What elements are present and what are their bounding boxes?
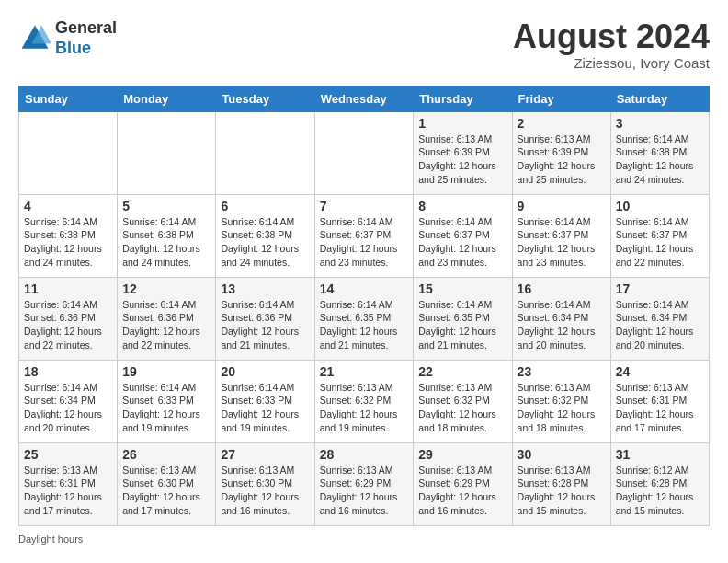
day-info: Sunrise: 6:14 AM Sunset: 6:37 PM Dayligh… [320,215,409,270]
day-number: 15 [418,282,506,296]
calendar-cell: 17Sunrise: 6:14 AM Sunset: 6:34 PM Dayli… [610,277,709,360]
calendar-cell: 9Sunrise: 6:14 AM Sunset: 6:37 PM Daylig… [512,194,610,277]
calendar-cell: 8Sunrise: 6:14 AM Sunset: 6:37 PM Daylig… [414,194,512,277]
day-number: 2 [518,116,606,131]
calendar-week-row: 11Sunrise: 6:14 AM Sunset: 6:36 PM Dayli… [19,277,710,360]
weekday-header-cell: Sunday [19,86,118,111]
calendar-cell: 19Sunrise: 6:14 AM Sunset: 6:33 PM Dayli… [118,360,216,442]
day-number: 8 [418,199,506,213]
logo-icon [18,22,51,55]
calendar-cell: 1Sunrise: 6:13 AM Sunset: 6:39 PM Daylig… [414,111,512,194]
day-number: 23 [518,364,606,379]
calendar-cell: 11Sunrise: 6:14 AM Sunset: 6:36 PM Dayli… [19,277,118,360]
weekday-header-cell: Friday [512,86,610,111]
calendar-cell: 12Sunrise: 6:14 AM Sunset: 6:36 PM Dayli… [118,277,216,360]
day-info: Sunrise: 6:14 AM Sunset: 6:33 PM Dayligh… [122,381,210,435]
day-number: 26 [122,447,210,462]
calendar-cell [19,111,118,194]
calendar-cell: 13Sunrise: 6:14 AM Sunset: 6:36 PM Dayli… [216,277,314,360]
calendar-cell: 30Sunrise: 6:13 AM Sunset: 6:28 PM Dayli… [512,442,610,525]
day-number: 28 [320,447,409,462]
weekday-header-cell: Tuesday [216,86,314,111]
weekday-header-cell: Thursday [414,86,512,111]
location: Ziziessou, Ivory Coast [513,55,710,71]
calendar-cell: 27Sunrise: 6:13 AM Sunset: 6:30 PM Dayli… [216,442,314,525]
logo-blue: Blue [55,39,117,59]
day-info: Sunrise: 6:14 AM Sunset: 6:38 PM Dayligh… [24,215,112,270]
calendar-cell: 3Sunrise: 6:14 AM Sunset: 6:38 PM Daylig… [610,111,709,194]
weekday-header-cell: Wednesday [314,86,414,111]
day-info: Sunrise: 6:14 AM Sunset: 6:36 PM Dayligh… [24,298,112,352]
day-number: 24 [616,364,704,379]
day-info: Sunrise: 6:14 AM Sunset: 6:33 PM Dayligh… [221,381,309,435]
day-number: 31 [616,447,704,462]
calendar-cell [118,111,216,194]
day-number: 25 [24,447,112,462]
day-info: Sunrise: 6:13 AM Sunset: 6:31 PM Dayligh… [24,464,112,518]
day-number: 3 [616,116,704,131]
day-number: 1 [418,116,506,131]
day-number: 16 [518,282,606,296]
daylight-note: Daylight hours [18,534,83,545]
calendar-cell: 18Sunrise: 6:14 AM Sunset: 6:34 PM Dayli… [19,360,118,442]
day-info: Sunrise: 6:14 AM Sunset: 6:36 PM Dayligh… [221,298,309,352]
calendar-cell: 28Sunrise: 6:13 AM Sunset: 6:29 PM Dayli… [314,442,414,525]
day-info: Sunrise: 6:13 AM Sunset: 6:30 PM Dayligh… [221,464,309,518]
day-info: Sunrise: 6:14 AM Sunset: 6:36 PM Dayligh… [122,298,210,352]
day-info: Sunrise: 6:14 AM Sunset: 6:34 PM Dayligh… [616,298,704,352]
title-block: August 2024 Ziziessou, Ivory Coast [513,18,710,71]
day-info: Sunrise: 6:14 AM Sunset: 6:38 PM Dayligh… [616,132,704,187]
calendar-cell: 31Sunrise: 6:12 AM Sunset: 6:28 PM Dayli… [610,442,709,525]
day-info: Sunrise: 6:13 AM Sunset: 6:39 PM Dayligh… [418,132,506,187]
day-number: 18 [24,364,112,379]
calendar-cell: 20Sunrise: 6:14 AM Sunset: 6:33 PM Dayli… [216,360,314,442]
calendar-cell: 14Sunrise: 6:14 AM Sunset: 6:35 PM Dayli… [314,277,414,360]
day-info: Sunrise: 6:13 AM Sunset: 6:32 PM Dayligh… [518,381,606,435]
calendar-cell: 5Sunrise: 6:14 AM Sunset: 6:38 PM Daylig… [118,194,216,277]
calendar-cell: 6Sunrise: 6:14 AM Sunset: 6:38 PM Daylig… [216,194,314,277]
day-number: 13 [221,282,309,296]
page-header: General Blue August 2024 Ziziessou, Ivor… [18,18,710,71]
day-info: Sunrise: 6:14 AM Sunset: 6:37 PM Dayligh… [616,215,704,270]
day-info: Sunrise: 6:14 AM Sunset: 6:38 PM Dayligh… [221,215,309,270]
day-info: Sunrise: 6:14 AM Sunset: 6:35 PM Dayligh… [320,298,409,352]
calendar-cell: 29Sunrise: 6:13 AM Sunset: 6:29 PM Dayli… [414,442,512,525]
day-number: 20 [221,364,309,379]
calendar-cell: 24Sunrise: 6:13 AM Sunset: 6:31 PM Dayli… [610,360,709,442]
calendar-cell: 15Sunrise: 6:14 AM Sunset: 6:35 PM Dayli… [414,277,512,360]
day-number: 11 [24,282,112,296]
calendar-week-row: 25Sunrise: 6:13 AM Sunset: 6:31 PM Dayli… [19,442,710,525]
calendar-cell: 7Sunrise: 6:14 AM Sunset: 6:37 PM Daylig… [314,194,414,277]
day-info: Sunrise: 6:13 AM Sunset: 6:28 PM Dayligh… [518,464,606,518]
weekday-header-cell: Monday [118,86,216,111]
logo: General Blue [18,18,117,58]
calendar-cell: 4Sunrise: 6:14 AM Sunset: 6:38 PM Daylig… [19,194,118,277]
calendar-week-row: 4Sunrise: 6:14 AM Sunset: 6:38 PM Daylig… [19,194,710,277]
day-number: 4 [24,199,112,213]
day-number: 5 [122,199,210,213]
calendar-week-row: 1Sunrise: 6:13 AM Sunset: 6:39 PM Daylig… [19,111,710,194]
calendar-cell: 10Sunrise: 6:14 AM Sunset: 6:37 PM Dayli… [610,194,709,277]
calendar-cell [216,111,314,194]
calendar-cell: 26Sunrise: 6:13 AM Sunset: 6:30 PM Dayli… [118,442,216,525]
day-number: 6 [221,199,309,213]
day-number: 12 [122,282,210,296]
day-info: Sunrise: 6:14 AM Sunset: 6:37 PM Dayligh… [418,215,506,270]
weekday-header-cell: Saturday [610,86,709,111]
day-info: Sunrise: 6:14 AM Sunset: 6:34 PM Dayligh… [518,298,606,352]
day-info: Sunrise: 6:13 AM Sunset: 6:29 PM Dayligh… [320,464,409,518]
day-info: Sunrise: 6:14 AM Sunset: 6:38 PM Dayligh… [122,215,210,270]
day-info: Sunrise: 6:13 AM Sunset: 6:32 PM Dayligh… [320,381,409,435]
calendar-cell: 25Sunrise: 6:13 AM Sunset: 6:31 PM Dayli… [19,442,118,525]
calendar-cell: 16Sunrise: 6:14 AM Sunset: 6:34 PM Dayli… [512,277,610,360]
day-number: 10 [616,199,704,213]
day-info: Sunrise: 6:12 AM Sunset: 6:28 PM Dayligh… [616,464,704,518]
logo-general: General [55,18,117,39]
logo-text: General Blue [55,18,117,58]
day-number: 17 [616,282,704,296]
day-number: 27 [221,447,309,462]
day-number: 7 [320,199,409,213]
day-number: 21 [320,364,409,379]
calendar-cell [314,111,414,194]
calendar-cell: 23Sunrise: 6:13 AM Sunset: 6:32 PM Dayli… [512,360,610,442]
